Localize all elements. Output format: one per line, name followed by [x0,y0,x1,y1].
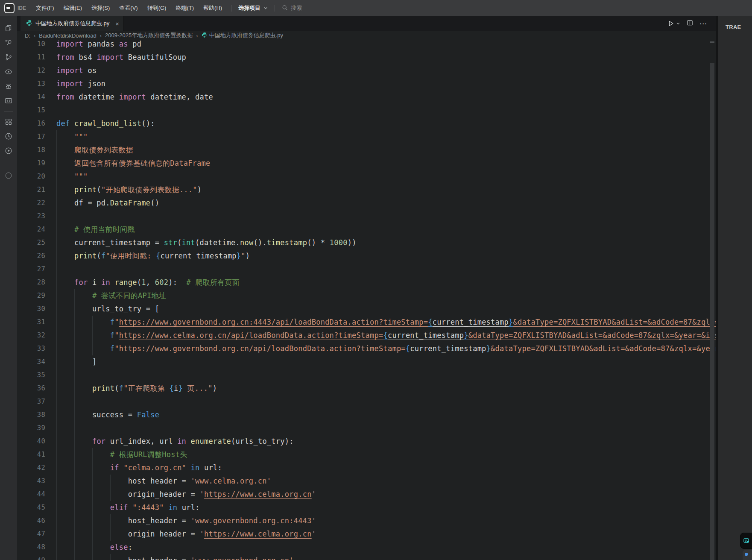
code-text: for url_index, url in enumerate(urls_to_… [56,435,294,448]
code-text: host_header = 'www.governbond.org.cn:444… [56,514,316,528]
tab-filename: 中国地方政府债券信息爬虫.py [35,20,109,27]
indent-guide [56,528,57,541]
trae-panel: TRAE [718,16,752,560]
indent-guide [56,448,57,461]
code-search-icon[interactable] [0,35,17,50]
code-text: df = pd.DataFrame() [56,196,159,210]
clock-icon[interactable] [0,129,17,144]
code-line-23: 23 [17,210,716,223]
menu-item-2[interactable]: 编辑(E) [59,2,87,14]
indent-guide [56,395,57,408]
pointer-icon[interactable] [0,144,17,158]
apps-icon[interactable] [0,114,17,129]
breadcrumb-item-2[interactable]: BaiduNetdiskDownload [39,32,96,39]
code-text: origin_header = 'https://www.celma.org.c… [56,488,316,501]
project-switcher-button[interactable]: 选择项目 [236,4,270,12]
code-text: # 根据URL调整Host头 [56,448,187,461]
indent-guide [92,514,93,528]
editor-group: 中国地方政府债券信息爬虫.py × ⋯ D:›BaiduNetdiskDownl… [17,16,716,560]
eye-icon[interactable] [0,65,17,79]
line-number: 15 [17,104,45,117]
line-number: 18 [17,144,45,157]
menu-item-7[interactable]: 帮助(H) [199,2,227,14]
line-number: 42 [17,461,45,475]
indent-guide [56,382,57,395]
activity-bar-divider [4,111,13,111]
line-number: 37 [17,395,45,408]
code-text: success = False [56,408,159,422]
titlebar-separator [275,5,275,12]
app-label: IDE [18,5,26,11]
breadcrumb-item-4[interactable]: 中国地方政府债券信息爬虫.py [202,32,283,39]
code-line-43: 43 host_header = 'www.celma.org.cn' [17,475,716,488]
code-line-27: 27 [17,263,716,276]
line-number: 24 [17,223,45,236]
code-text: import os [56,64,97,77]
indent-guide [74,355,75,369]
indent-guide [56,144,57,157]
indent-guide [74,395,75,408]
code-line-17: 17 """ [17,130,716,144]
files-icon[interactable] [0,21,17,35]
breadcrumb-item-3[interactable]: 2009-2025年地方政府债务置换数据 [105,32,193,39]
debug-icon[interactable] [0,79,17,94]
run-icon[interactable] [667,20,680,27]
line-number: 28 [17,276,45,289]
code-text: host_header = 'www.governbond.org.cn' [56,554,294,560]
menu-item-6[interactable]: 终端(T) [171,2,199,14]
menu-item-3[interactable]: 选择(S) [87,2,114,14]
breadcrumb-item-1[interactable]: D: [25,32,30,39]
indent-guide [74,382,75,395]
indent-guide [92,554,93,560]
corner-widget[interactable] [743,550,752,560]
indent-guide [110,475,111,488]
code-line-22: 22 df = pd.DataFrame() [17,196,716,210]
menu-item-1[interactable]: 文件(F) [31,2,59,14]
tab-active-file[interactable]: 中国地方政府债券信息爬虫.py × [20,16,124,31]
code-editor[interactable]: 10import pandas as pd11from bs4 import B… [17,38,716,560]
indent-guide [56,461,57,475]
code-text: """ [56,170,88,183]
indent-guide [56,422,57,435]
indent-guide [92,342,93,355]
search-button[interactable]: 搜索 [282,4,302,12]
code-text: f"https://www.celma.org.cn/api/loadBondD… [56,329,716,342]
indent-guide [56,369,57,382]
code-line-21: 21 print("开始爬取债券列表数据...") [17,183,716,196]
indent-guide [74,289,75,302]
assistant-chat-button[interactable] [740,533,752,549]
menu-item-4[interactable]: 查看(V) [114,2,142,14]
indent-guide [56,263,57,276]
editor-actions: ⋯ [667,16,707,31]
code-line-41: 41 # 根据URL调整Host头 [17,448,716,461]
line-number: 12 [17,64,45,77]
indent-guide [56,541,57,554]
app-logo-icon [4,3,15,13]
code-line-30: 30 urls_to_try = [ [17,302,716,316]
code-text: urls_to_try = [ [56,302,159,316]
indent-guide [56,342,57,355]
code-line-11: 11from bs4 import BeautifulSoup [17,51,716,64]
source-control-icon[interactable] [0,50,17,65]
code-line-42: 42 if "celma.org.cn" in url: [17,461,716,475]
menu-item-5[interactable]: 转到(G) [143,2,171,14]
code-line-47: 47 origin_header = 'https://www.celma.or… [17,528,716,541]
code-line-32: 32 f"https://www.celma.org.cn/api/loadBo… [17,329,716,342]
circle-icon[interactable] [0,168,17,183]
code-text: print("开始爬取债券列表数据...") [56,183,202,196]
line-number: 49 [17,554,45,560]
code-text: print(f"正在爬取第 {i} 页...") [56,382,217,395]
indent-guide [74,422,75,435]
tab-close-icon[interactable]: × [115,21,119,27]
line-number: 40 [17,435,45,448]
line-number: 27 [17,263,45,276]
split-editor-icon[interactable] [687,20,693,28]
preview-icon[interactable] [0,94,17,108]
code-text: from bs4 import BeautifulSoup [56,51,186,64]
editor-scrollbar[interactable] [710,63,714,560]
line-number: 17 [17,130,45,144]
code-line-24: 24 # 使用当前时间戳 [17,223,716,236]
titlebar-separator [231,5,231,12]
indent-guide [92,475,93,488]
more-actions-icon[interactable]: ⋯ [699,20,707,27]
